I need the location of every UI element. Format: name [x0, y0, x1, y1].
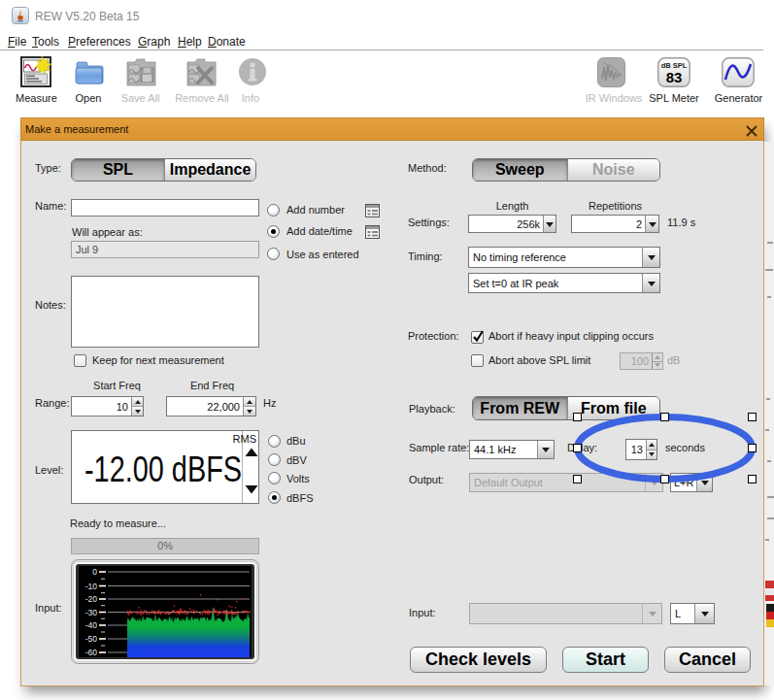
svg-text:0: 0 — [92, 567, 97, 577]
svg-text:83: 83 — [666, 69, 683, 85]
svg-text:-50: -50 — [85, 634, 98, 644]
svg-text:-10: -10 — [85, 582, 98, 591]
svg-text:-20: -20 — [85, 594, 98, 604]
svg-text:-60: -60 — [85, 648, 98, 657]
svg-text:-30: -30 — [85, 608, 98, 617]
svg-text:-40: -40 — [85, 620, 98, 630]
